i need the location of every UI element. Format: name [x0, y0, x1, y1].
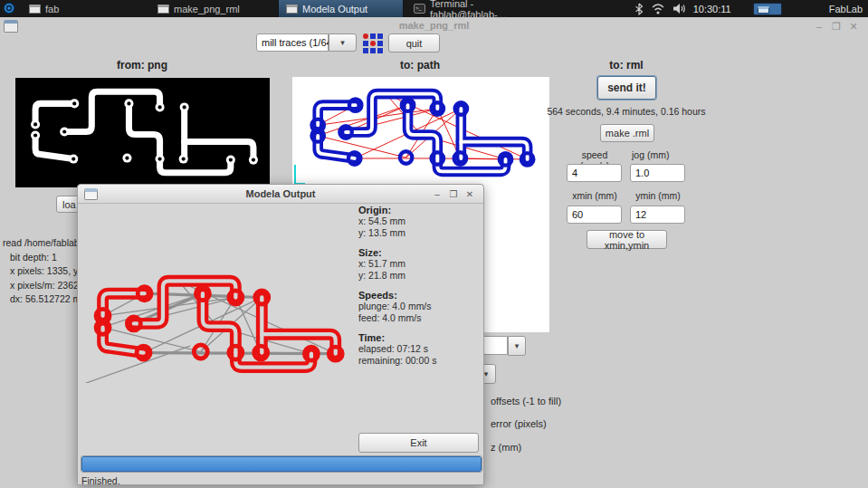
status-text: Finished.	[81, 475, 120, 486]
make-rml-button[interactable]: make .rml	[600, 124, 654, 142]
volume-icon[interactable]	[672, 3, 686, 14]
chevron-down-icon: ▾	[515, 341, 520, 350]
xmin-label: xmin (mm)	[567, 190, 623, 201]
xmin-input[interactable]	[567, 206, 622, 224]
log-line: dx: 56.512722 mm,	[3, 292, 77, 307]
jog-input[interactable]	[630, 164, 685, 182]
log-line: x pixels/m: 23623, y	[3, 279, 77, 293]
log-line: bit depth: 1	[3, 251, 77, 265]
origin-y: y: 13.5 mm	[358, 227, 481, 239]
quit-button[interactable]: quit	[388, 33, 440, 53]
remaining-time: remaining: 00:00 s	[358, 355, 481, 367]
dialog-title: Modela Output	[78, 185, 483, 204]
feed-speed: feed: 4.0 mm/s	[358, 312, 481, 324]
taskbar: fab make_png_rml Modela Output >_ Termin…	[0, 0, 868, 17]
speeds-heading: Speeds:	[358, 290, 481, 301]
origin-x: x: 54.5 mm	[358, 215, 481, 227]
chevron-down-icon: ▾	[484, 369, 489, 378]
taskbar-item-make-png-rml[interactable]: make_png_rml	[150, 0, 275, 17]
terminal-icon: >_	[414, 4, 425, 14]
window-title: make_png_rml	[0, 20, 868, 31]
elapsed-time: elapsed: 07:12 s	[358, 343, 481, 355]
quit-button-label: quit	[406, 38, 423, 49]
speed-input[interactable]	[567, 164, 622, 182]
close-icon[interactable]: ✕	[846, 21, 861, 33]
taskbar-item-modela-output[interactable]: Modela Output	[278, 0, 404, 17]
offsets-label: offsets (-1 to fill)	[491, 396, 561, 407]
window-icon	[84, 188, 98, 200]
from-png-heading: from: png	[70, 59, 215, 72]
mode-select-arrow-button[interactable]: ▾	[329, 33, 357, 52]
maximize-icon[interactable]: ❐	[829, 21, 844, 33]
modela-output-dialog: Modela Output – ❐ ✕ Origin: x: 54.5 mm y…	[77, 184, 484, 485]
size-y: y: 21.8 mm	[358, 270, 481, 282]
taskbar-item-terminal[interactable]: >_ Terminal - fablab@fablab-...	[406, 0, 544, 17]
minimize-icon[interactable]: –	[812, 21, 826, 33]
dialog-window-controls: – ❐ ✕	[429, 185, 478, 204]
mode-select-value: mill traces (1/64)	[262, 37, 335, 48]
chevron-down-icon: ▾	[340, 38, 345, 47]
window-icon	[157, 5, 169, 14]
workspace-window-icon	[758, 6, 769, 14]
origin-axes-icon	[293, 164, 306, 186]
png-preview-canvas	[15, 78, 270, 187]
host-label: FabLab	[829, 4, 863, 14]
fab-launcher-icon[interactable]	[3, 2, 15, 18]
plunge-speed: plunge: 4.0 mm/s	[358, 301, 481, 312]
taskbar-item-fab[interactable]: fab	[22, 0, 147, 17]
minimize-icon[interactable]: –	[429, 189, 445, 199]
taskbar-item-label: Terminal - fablab@fablab-...	[430, 0, 537, 20]
progress-bar	[81, 455, 482, 473]
exit-button[interactable]: Exit	[358, 433, 479, 453]
window-controls: – ❐ ✕	[812, 21, 861, 33]
close-icon[interactable]: ✕	[462, 189, 478, 199]
to-path-heading: to: path	[348, 59, 492, 72]
progress-bar-fill	[81, 456, 482, 472]
ymin-input[interactable]	[630, 206, 685, 224]
time-estimate: 564 seconds, 9.4 minutes, 0.16 hours	[536, 106, 717, 117]
send-it-button-label: send it!	[607, 81, 646, 94]
maximize-icon[interactable]: ❐	[445, 189, 462, 199]
window-icon	[286, 5, 298, 14]
milling-preview-image	[81, 266, 353, 383]
origin-heading: Origin:	[358, 205, 481, 215]
z-label: z (mm)	[491, 442, 521, 453]
ymin-label: ymin (mm)	[630, 190, 686, 201]
offsets-arrow-button[interactable]: ▾	[508, 336, 526, 356]
system-tray: 10:30:11 FabLab	[634, 0, 868, 17]
wifi-icon[interactable]	[651, 3, 665, 14]
load-button-label: loa	[62, 199, 76, 210]
move-to-xmin-ymin-button[interactable]: move to xmin,ymin	[587, 230, 667, 249]
error-label: error (pixels)	[491, 418, 547, 429]
exit-button-label: Exit	[410, 437, 426, 448]
pcb-traces-image	[15, 78, 270, 187]
window-icon	[29, 5, 41, 14]
fab-logo-icon	[363, 33, 383, 53]
taskbar-item-label: fab	[45, 4, 59, 14]
log-line: read /home/fablab/	[3, 236, 77, 251]
clock: 10:30:11	[693, 4, 731, 14]
log-line: x pixels: 1335, y pix	[3, 264, 77, 279]
taskbar-item-label: Modela Output	[302, 4, 367, 14]
to-rml-heading: to: rml	[554, 59, 699, 72]
workspace-switcher[interactable]	[753, 3, 782, 15]
job-info-panel: Origin: x: 54.5 mm y: 13.5 mm Size: x: 5…	[358, 205, 481, 375]
send-it-button[interactable]: send it!	[597, 76, 656, 100]
time-heading: Time:	[358, 332, 481, 343]
bluetooth-icon[interactable]	[634, 3, 644, 15]
toolpath-image	[299, 81, 543, 186]
size-x: x: 51.7 mm	[358, 258, 481, 270]
dialog-titlebar[interactable]: Modela Output – ❐ ✕	[78, 185, 483, 204]
image-info-log: read /home/fablab/ bit depth: 1 x pixels…	[3, 236, 77, 307]
mode-select[interactable]: mill traces (1/64)	[256, 33, 329, 52]
taskbar-item-label: make_png_rml	[174, 4, 240, 14]
make-rml-button-label: make .rml	[606, 128, 649, 139]
move-button-label: move to xmin,ymin	[587, 229, 666, 251]
size-heading: Size:	[358, 247, 481, 258]
jog-label: jog (mm)	[630, 149, 686, 160]
